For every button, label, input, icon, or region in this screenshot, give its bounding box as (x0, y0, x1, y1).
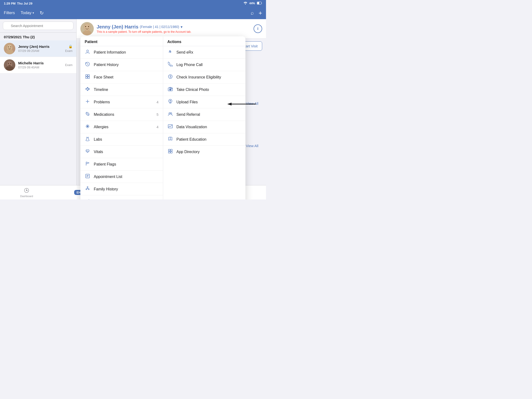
medications-label: Medications (94, 112, 153, 117)
send-referral-label: Send Referral (177, 112, 241, 117)
appt-right-jenny: 🔒 Exam (65, 44, 72, 53)
dropdown-growth-charts[interactable]: Growth Charts (80, 196, 163, 200)
app-directory-label: App Directory (177, 150, 241, 154)
avatar-jenny (4, 43, 15, 54)
check-insurance-icon: $ (167, 74, 173, 80)
patient-avatar (80, 22, 94, 35)
patient-text-info: Jenny (Jen) Harris (Female | 41 | 02/11/… (97, 24, 191, 33)
dropdown-menu: Patient Patient Information (80, 36, 245, 200)
appt-time-jenny: 07/29 09:20AM (18, 49, 62, 53)
dashboard-label: Dashboard (20, 195, 33, 198)
arrow-annotation (227, 102, 256, 107)
svg-point-15 (88, 26, 89, 27)
svg-line-48 (86, 189, 88, 189)
filters-button[interactable]: Filters (4, 11, 15, 15)
svg-point-65 (170, 89, 171, 90)
dropdown-timeline[interactable]: Timeline (80, 83, 163, 96)
main-layout: 🔍 07/29/2021 Thu (2) Jenny (Jen) Harris … (0, 19, 266, 200)
add-button[interactable]: + (259, 9, 262, 17)
patient-header: Jenny (Jen) Harris (Female | 41 | 02/11/… (76, 19, 266, 38)
dropdown-send-erx[interactable]: ℞ Send eRx (163, 46, 246, 59)
dropdown-data-visualization[interactable]: Data Visualization (163, 121, 246, 133)
svg-line-49 (88, 189, 89, 189)
dashboard-icon (24, 188, 29, 194)
search-button[interactable]: ⌕ (251, 10, 254, 16)
dropdown-face-sheet[interactable]: Face Sheet (80, 71, 163, 83)
exam-badge-michelle: Exam (65, 63, 72, 67)
take-clinical-photo-icon (167, 87, 173, 93)
svg-point-9 (8, 63, 9, 64)
today-button[interactable]: Today ▾ (21, 11, 34, 15)
take-clinical-photo-label: Take Clinical Photo (177, 88, 241, 92)
family-history-icon (85, 186, 90, 192)
refresh-button[interactable]: ↻ (40, 10, 44, 16)
patient-header-actions: i (253, 24, 262, 33)
dropdown-check-insurance[interactable]: $ Check Insurance Eligibility (163, 71, 246, 83)
send-erx-icon: ℞ (167, 49, 173, 55)
dropdown-labs[interactable]: Labs (80, 133, 163, 146)
medications-icon (85, 111, 90, 117)
status-left: 1:29 PM Thu Jul 29 (4, 2, 32, 5)
svg-text:$: $ (170, 75, 171, 78)
problems-icon (85, 99, 90, 105)
problems-label: Problems (94, 100, 153, 104)
appointment-list-label: Appointment List (94, 175, 158, 179)
dropdown-log-phone-call[interactable]: Log Phone Call (163, 59, 246, 71)
dropdown-vitals[interactable]: Vitals (80, 146, 163, 158)
svg-point-13 (84, 24, 90, 31)
dropdown-send-referral[interactable]: Send Referral (163, 108, 246, 121)
dropdown-patient-information[interactable]: Patient Information (80, 46, 163, 59)
dropdown-patient-education[interactable]: Patient Education (163, 133, 246, 146)
svg-point-11 (6, 66, 13, 71)
appt-info-michelle: Michelle Harris 07/29 09:40AM (18, 61, 62, 69)
search-appointment-input[interactable] (3, 22, 73, 30)
svg-marker-79 (227, 103, 232, 106)
patient-history-icon (85, 62, 90, 68)
svg-point-4 (8, 46, 9, 47)
dropdown-take-clinical-photo[interactable]: Take Clinical Photo (163, 83, 246, 96)
dropdown-patient-history[interactable]: Patient History (80, 59, 163, 71)
svg-point-70 (169, 113, 170, 114)
dropdown-medications[interactable]: Medications 5 (80, 108, 163, 121)
data-visualization-icon (167, 124, 173, 130)
svg-point-5 (11, 46, 11, 47)
tab-dashboard[interactable]: Dashboard (0, 188, 53, 198)
patient-history-label: Patient History (94, 63, 158, 67)
svg-rect-21 (86, 77, 87, 78)
svg-point-44 (87, 187, 88, 188)
patient-details: (Female | 41 | 02/11/1980) (140, 25, 179, 29)
svg-rect-20 (88, 75, 89, 76)
svg-rect-77 (171, 152, 172, 153)
dropdown-problems[interactable]: Problems 4 (80, 96, 163, 108)
battery-text: 44% (249, 2, 255, 5)
dropdown-patient-header: Patient (80, 36, 163, 46)
svg-point-14 (85, 26, 86, 27)
patient-info-left: Jenny (Jen) Harris (Female | 41 | 02/11/… (80, 22, 191, 35)
medications-badge: 5 (156, 112, 158, 116)
dropdown-app-directory[interactable]: App Directory (163, 146, 246, 158)
vitals-label: Vitals (94, 150, 158, 154)
wifi-icon (244, 2, 247, 5)
allergies-badge: 4 (156, 125, 158, 129)
vitals-icon (85, 149, 90, 155)
status-time: 1:29 PM (4, 2, 16, 5)
dropdown-family-history[interactable]: Family History (80, 183, 163, 196)
growth-charts-icon (85, 199, 90, 200)
avatar-michelle (4, 59, 15, 71)
dropdown-patient-flags[interactable]: Patient Flags (80, 158, 163, 171)
svg-rect-1 (257, 2, 259, 4)
appt-time-michelle: 07/29 09:40AM (18, 66, 62, 69)
patient-info-button[interactable]: i (253, 24, 262, 33)
appointment-item-michelle[interactable]: Michelle Harris 07/29 09:40AM Exam (0, 57, 76, 73)
appt-name-jenny: Jenny (Jen) Harris (18, 44, 62, 49)
dropdown-patient-column: Patient Patient Information (80, 36, 163, 200)
svg-point-71 (170, 113, 172, 114)
patient-information-icon (85, 49, 90, 55)
appt-name-michelle: Michelle Harris (18, 61, 62, 65)
dropdown-allergies[interactable]: Allergies 4 (80, 121, 163, 133)
lock-icon-jenny: 🔒 (68, 44, 72, 48)
log-phone-call-label: Log Phone Call (177, 63, 241, 67)
dropdown-appointment-list[interactable]: Appointment List (80, 171, 163, 183)
sidebar: 🔍 07/29/2021 Thu (2) Jenny (Jen) Harris … (0, 19, 76, 200)
appointment-item-jenny[interactable]: Jenny (Jen) Harris 07/29 09:20AM 🔒 Exam (0, 40, 76, 57)
